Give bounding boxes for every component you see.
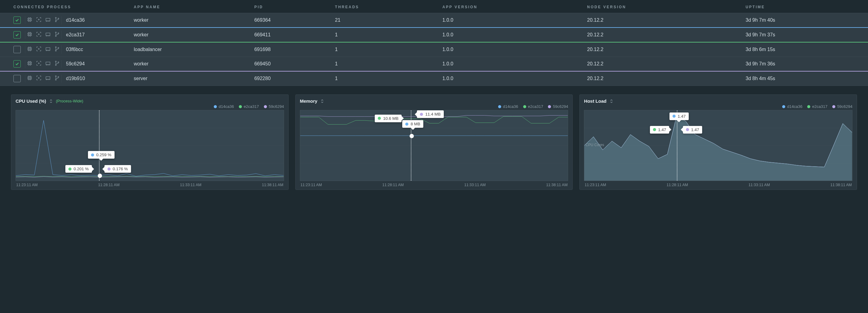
col-appversion[interactable]: APP VERSION [439, 0, 583, 13]
table-row[interactable]: 03f6bcc loadbalancer 691698 1 1.0.0 20.1… [0, 42, 868, 57]
svg-rect-14 [28, 47, 31, 51]
svg-point-9 [38, 34, 39, 34]
cell-threads: 21 [331, 13, 439, 28]
svg-rect-31 [46, 77, 50, 79]
tooltip: 11.4 MB [417, 110, 443, 118]
svg-point-12 [55, 35, 56, 36]
cpu-legend: d14ca36e2ca31759c6294 [16, 104, 284, 109]
table-row[interactable]: 59c6294 worker 669450 1 1.0.0 20.12.2 3d… [0, 57, 868, 72]
cpu-icon[interactable] [27, 17, 33, 24]
cpu-icon[interactable] [27, 75, 33, 82]
svg-point-18 [55, 47, 56, 48]
sort-icon[interactable] [49, 99, 53, 103]
legend-item[interactable]: d14ca36 [782, 104, 802, 109]
cpu-scope: (Process-Wide) [56, 99, 83, 103]
tooltip: 1.47 [683, 126, 702, 134]
cell-appname: worker [130, 13, 251, 28]
row-checkbox[interactable] [13, 31, 21, 38]
cpu-icon[interactable] [27, 46, 33, 53]
memory-xlabels: 11:23:11 AM11:28:11 AM11:33:11 AM11:38:1… [300, 181, 568, 187]
legend-item[interactable]: 59c6294 [264, 104, 284, 109]
memory-plot[interactable]: 10.6 MB8 MB11.4 MB [300, 110, 568, 181]
hostload-xlabels: 11:23:11 AM11:28:11 AM11:33:11 AM11:38:1… [584, 181, 852, 187]
legend-dot-icon [498, 105, 501, 108]
memory-icon[interactable] [45, 75, 51, 82]
branch-icon[interactable] [54, 17, 60, 24]
tooltip: 1.47 [670, 113, 689, 120]
svg-point-23 [38, 63, 39, 63]
x-tick: 11:23:11 AM [301, 183, 322, 187]
svg-rect-7 [28, 33, 31, 36]
svg-point-27 [58, 62, 59, 63]
focus-icon[interactable] [36, 75, 42, 82]
cell-uptime: 3d 9h 7m 40s [742, 13, 868, 28]
cell-appname: server [130, 71, 251, 86]
col-appname[interactable]: APP NAME [130, 0, 251, 13]
tooltip: 10.6 MB [375, 115, 401, 122]
x-tick: 11:33:11 AM [749, 183, 770, 187]
table-header: CONNECTED PROCESS APP NAME PID THREADS A… [0, 0, 868, 13]
svg-point-16 [38, 48, 39, 49]
legend-item[interactable]: e2ca317 [807, 104, 827, 109]
cpu-icon[interactable] [27, 60, 33, 67]
memory-icon[interactable] [45, 60, 51, 67]
sort-icon[interactable] [610, 99, 613, 103]
card-cpu: CPU Used (%) (Process-Wide) d14ca36e2ca3… [11, 94, 289, 190]
branch-icon[interactable] [54, 60, 60, 67]
cell-appversion: 1.0.0 [439, 57, 583, 72]
table-row[interactable]: d14ca36 worker 669364 21 1.0.0 20.12.2 3… [0, 13, 868, 28]
cpu-plot[interactable]: 0.259 %0.201 %0.176 % [16, 110, 284, 181]
svg-point-2 [38, 19, 39, 20]
memory-icon[interactable] [45, 17, 51, 24]
col-process[interactable]: CONNECTED PROCESS [0, 0, 130, 13]
legend-item[interactable]: 59c6294 [548, 104, 568, 109]
annotation-cpu-cores: CPU Cores [586, 143, 604, 147]
svg-rect-0 [28, 18, 31, 21]
cell-appversion: 1.0.0 [439, 13, 583, 28]
row-checkbox[interactable] [13, 46, 21, 53]
cpu-icon[interactable] [27, 31, 33, 38]
legend-dot-icon [214, 105, 217, 108]
focus-icon[interactable] [36, 31, 42, 38]
focus-icon[interactable] [36, 17, 42, 24]
memory-title: Memory [300, 98, 318, 104]
col-nodeversion[interactable]: NODE VERSION [583, 0, 742, 13]
focus-icon[interactable] [36, 60, 42, 67]
col-pid[interactable]: PID [251, 0, 331, 13]
svg-rect-17 [46, 48, 50, 50]
col-uptime[interactable]: UPTIME [742, 0, 868, 13]
hostload-legend: d14ca36e2ca31759c6294 [584, 104, 852, 109]
cell-appversion: 1.0.0 [439, 71, 583, 86]
table-row[interactable]: e2ca317 worker 669411 1 1.0.0 20.12.2 3d… [0, 28, 868, 42]
svg-rect-28 [28, 77, 31, 80]
table-row[interactable]: d19b910 server 692280 1 1.0.0 20.12.2 3d… [0, 71, 868, 86]
col-threads[interactable]: THREADS [331, 0, 439, 13]
focus-icon[interactable] [36, 46, 42, 53]
legend-item[interactable]: d14ca36 [498, 104, 518, 109]
chart-cursor[interactable] [99, 110, 99, 181]
x-tick: 11:33:11 AM [180, 183, 201, 187]
branch-icon[interactable] [54, 31, 60, 38]
legend-item[interactable]: e2ca317 [523, 104, 543, 109]
row-checkbox[interactable] [13, 60, 21, 67]
svg-point-20 [58, 47, 59, 48]
branch-icon[interactable] [54, 46, 60, 53]
legend-item[interactable]: d14ca36 [214, 104, 234, 109]
legend-item[interactable]: 59c6294 [832, 104, 852, 109]
memory-icon[interactable] [45, 46, 51, 53]
svg-rect-3 [46, 18, 50, 21]
row-checkbox[interactable] [13, 17, 21, 24]
hostload-plot[interactable]: CPU Cores1.471.471.47 [584, 110, 852, 181]
row-checkbox[interactable] [13, 75, 21, 82]
branch-icon[interactable] [54, 75, 60, 82]
cell-threads: 1 [331, 71, 439, 86]
x-tick: 11:23:11 AM [585, 183, 606, 187]
cell-nodeversion: 20.12.2 [583, 28, 742, 42]
svg-rect-1 [29, 19, 31, 21]
memory-icon[interactable] [45, 31, 51, 38]
svg-point-11 [55, 32, 56, 33]
legend-dot-icon [548, 105, 551, 108]
sort-icon[interactable] [320, 99, 324, 103]
row-action-icons [25, 60, 62, 68]
legend-item[interactable]: e2ca317 [239, 104, 259, 109]
